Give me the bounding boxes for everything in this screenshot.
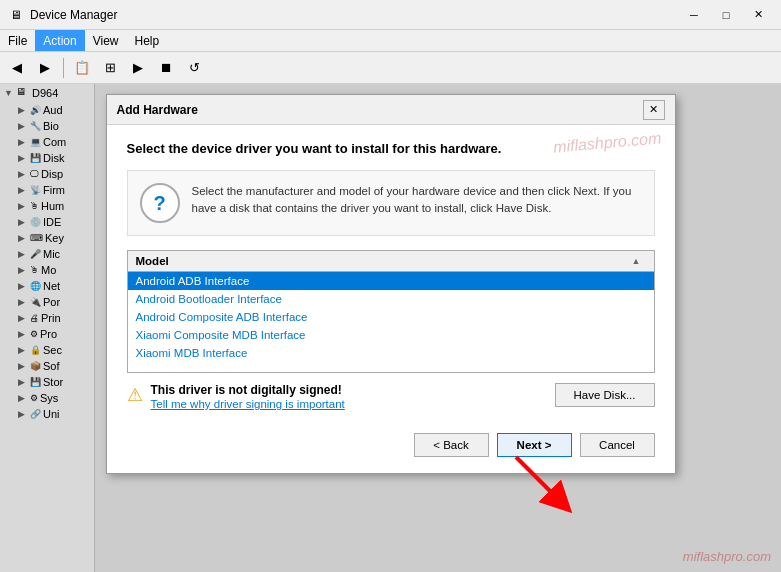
title-bar: 🖥 Device Manager ─ □ ✕ (0, 0, 781, 30)
next-button[interactable]: Next > (497, 433, 572, 457)
add-hardware-dialog: Add Hardware ✕ Select the device driver … (106, 94, 676, 474)
model-column-header: Model ▲ (128, 251, 654, 272)
menu-action[interactable]: Action (35, 30, 84, 51)
have-disk-button[interactable]: Have Disk... (555, 383, 655, 407)
model-list-section: Model ▲ Android ADB Interface Android Bo… (127, 250, 655, 373)
button-row: < Back Next > Cancel (127, 433, 655, 457)
warning-icon: ⚠ (127, 384, 143, 406)
scrollbar-indicator: ▲ (632, 256, 646, 266)
minimize-button[interactable]: ─ (679, 5, 709, 25)
dialog-close-button[interactable]: ✕ (643, 100, 665, 120)
app-icon: 🖥 (8, 7, 24, 23)
dialog-body: Select the device driver you want to ins… (107, 125, 675, 473)
warning-text-bold: This driver is not digitally signed! (151, 383, 345, 397)
window-title: Device Manager (30, 8, 679, 22)
warning-area: ⚠ This driver is not digitally signed! T… (127, 383, 345, 411)
toolbar-separator-1 (63, 58, 64, 78)
menu-help[interactable]: Help (127, 30, 168, 51)
model-item-3[interactable]: Xiaomi Composite MDB Interface (128, 326, 654, 344)
warning-content: This driver is not digitally signed! Tel… (151, 383, 345, 411)
close-button[interactable]: ✕ (743, 5, 773, 25)
toolbar-forward-button[interactable]: ▶ (32, 55, 58, 81)
question-icon: ? (140, 183, 180, 223)
maximize-button[interactable]: □ (711, 5, 741, 25)
back-button[interactable]: < Back (414, 433, 489, 457)
dialog-overlay: Add Hardware ✕ Select the device driver … (0, 84, 781, 572)
toolbar-grid-button[interactable]: ⊞ (97, 55, 123, 81)
toolbar-refresh-button[interactable]: ↺ (181, 55, 207, 81)
menu-file[interactable]: File (0, 30, 35, 51)
window-controls: ─ □ ✕ (679, 5, 773, 25)
model-column-label: Model (136, 255, 169, 267)
model-item-0[interactable]: Android ADB Interface (128, 272, 654, 290)
toolbar-back-button[interactable]: ◀ (4, 55, 30, 81)
info-box: ? Select the manufacturer and model of y… (127, 170, 655, 236)
model-item-1[interactable]: Android Bootloader Interface (128, 290, 654, 308)
menu-view[interactable]: View (85, 30, 127, 51)
dialog-title: Add Hardware (117, 103, 643, 117)
toolbar-play-button[interactable]: ▶ (125, 55, 151, 81)
toolbar-stop-button[interactable]: ⏹ (153, 55, 179, 81)
button-row-right: < Back Next > Cancel (414, 433, 655, 457)
toolbar: ◀ ▶ 📋 ⊞ ▶ ⏹ ↺ (0, 52, 781, 84)
dialog-title-bar: Add Hardware ✕ (107, 95, 675, 125)
menu-bar: File Action View Help (0, 30, 781, 52)
model-item-2[interactable]: Android Composite ADB Interface (128, 308, 654, 326)
cancel-button[interactable]: Cancel (580, 433, 655, 457)
main-area: ▼ 🖥 D964 ▶🔊 Aud ▶🔧 Bio ▶💻 Com ▶💾 Disk ▶🖵… (0, 84, 781, 572)
model-scroll-area[interactable]: Android ADB Interface Android Bootloader… (128, 272, 654, 372)
toolbar-properties-button[interactable]: 📋 (69, 55, 95, 81)
dialog-heading: Select the device driver you want to ins… (127, 141, 655, 156)
model-item-4[interactable]: Xiaomi MDB Interface (128, 344, 654, 362)
info-text: Select the manufacturer and model of you… (192, 183, 642, 223)
driver-signing-link[interactable]: Tell me why driver signing is important (151, 398, 345, 410)
